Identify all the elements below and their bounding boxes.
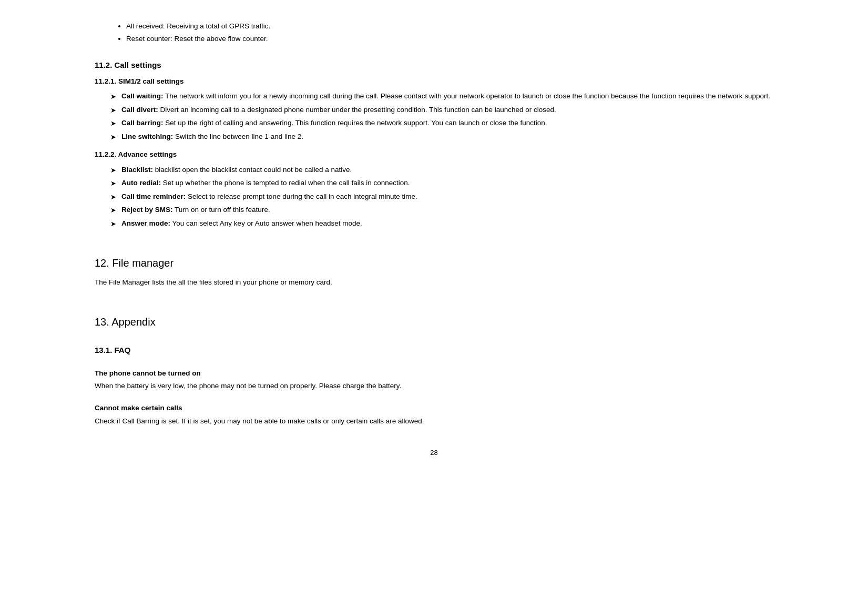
faq-answer-2: Check if Call Barring is set. If it is s… — [95, 416, 773, 427]
arrow-icon-9: ➤ — [110, 219, 116, 229]
section-12-desc: The File Manager lists the all the files… — [95, 277, 773, 288]
section-13-heading: 13. Appendix — [95, 314, 773, 330]
section-11-2-2-heading: 11.2.2. Advance settings — [95, 149, 773, 160]
advance-item-2-term: Auto redial: — [121, 179, 161, 187]
sim-item-1-term: Call waiting: — [121, 92, 164, 100]
faq-answer-1: When the battery is very low, the phone … — [95, 381, 773, 391]
advance-settings-list: ➤ Blacklist: blacklist open the blacklis… — [110, 165, 773, 229]
advance-item-1-term: Blacklist: — [121, 166, 153, 174]
section-13: 13. Appendix 13.1. FAQ The phone cannot … — [95, 314, 773, 427]
advance-item-reject-sms: ➤ Reject by SMS: Turn on or turn off thi… — [110, 205, 773, 216]
advance-item-auto-redial: ➤ Auto redial: Set up whether the phone … — [110, 178, 773, 189]
advance-item-5-text: Answer mode: You can select Any key or A… — [121, 218, 773, 229]
advance-item-2-text: Auto redial: Set up whether the phone is… — [121, 178, 773, 188]
advance-item-2-desc: Set up whether the phone is tempted to r… — [161, 179, 410, 187]
advance-item-4-text: Reject by SMS: Turn on or turn off this … — [121, 205, 773, 215]
sim-settings-list: ➤ Call waiting: The network will inform … — [110, 91, 773, 142]
faq-question-1: The phone cannot be turned on — [95, 368, 773, 379]
arrow-icon-6: ➤ — [110, 178, 116, 189]
faq-question-2: Cannot make certain calls — [95, 403, 773, 413]
section-11-2-1-heading: 11.2.1. SIM1/2 call settings — [95, 76, 773, 87]
sim-item-2-text: Call divert: Divert an incoming call to … — [121, 105, 773, 115]
sim-item-1-text: Call waiting: The network will inform yo… — [121, 91, 773, 102]
arrow-icon-1: ➤ — [110, 92, 116, 102]
advance-item-3-text: Call time reminder: Select to release pr… — [121, 191, 773, 202]
arrow-icon-8: ➤ — [110, 205, 116, 216]
advance-item-1-desc: blacklist open the blacklist contact cou… — [153, 166, 352, 174]
sim-item-line-switching: ➤ Line switching: Switch the line betwee… — [110, 131, 773, 143]
section-13-1-heading: 13.1. FAQ — [95, 344, 773, 357]
page-number: 28 — [95, 448, 773, 458]
sim-item-call-divert: ➤ Call divert: Divert an incoming call t… — [110, 105, 773, 116]
advance-item-5-desc: You can select Any key or Auto answer wh… — [170, 219, 362, 227]
bullet-item-2: Reset counter: Reset the above flow coun… — [126, 34, 773, 44]
sim-item-4-term: Line switching: — [121, 133, 173, 140]
advance-item-3-desc: Select to release prompt tone during the… — [186, 192, 417, 200]
bullet-item-1: All received: Receiving a total of GPRS … — [126, 21, 773, 32]
sim-item-4-text: Line switching: Switch the line between … — [121, 131, 773, 142]
sim-item-3-desc: Set up the right of calling and answerin… — [164, 119, 547, 127]
sim-item-2-term: Call divert: — [121, 106, 158, 114]
faq-item-2: Cannot make certain calls Check if Call … — [95, 403, 773, 427]
advance-item-answer-mode: ➤ Answer mode: You can select Any key or… — [110, 218, 773, 229]
section-11-2-heading: 11.2. Call settings — [95, 59, 773, 72]
page-content: All received: Receiving a total of GPRS … — [0, 0, 868, 598]
sim-item-4-desc: Switch the line between line 1 and line … — [173, 133, 303, 140]
sim-item-3-term: Call barring: — [121, 119, 164, 127]
sim-item-2-desc: Divert an incoming call to a designated … — [158, 106, 556, 114]
arrow-icon-5: ➤ — [110, 165, 116, 176]
sim-item-call-waiting: ➤ Call waiting: The network will inform … — [110, 91, 773, 102]
arrow-icon-7: ➤ — [110, 192, 116, 202]
advance-item-1-text: Blacklist: blacklist open the blacklist … — [121, 165, 773, 175]
advance-item-4-term: Reject by SMS: — [121, 206, 173, 214]
advance-item-call-time-reminder: ➤ Call time reminder: Select to release … — [110, 191, 773, 202]
gprs-bullet-list: All received: Receiving a total of GPRS … — [126, 21, 773, 45]
section-12: 12. File manager The File Manager lists … — [95, 255, 773, 288]
advance-item-3-term: Call time reminder: — [121, 192, 186, 200]
section-11-2: 11.2. Call settings 11.2.1. SIM1/2 call … — [95, 59, 773, 229]
arrow-icon-3: ➤ — [110, 118, 116, 129]
arrow-icon-2: ➤ — [110, 105, 116, 116]
advance-item-blacklist: ➤ Blacklist: blacklist open the blacklis… — [110, 165, 773, 176]
advance-item-4-desc: Turn on or turn off this feature. — [173, 206, 270, 214]
section-12-heading: 12. File manager — [95, 255, 773, 271]
sim-item-3-text: Call barring: Set up the right of callin… — [121, 118, 773, 128]
sim-item-call-barring: ➤ Call barring: Set up the right of call… — [110, 118, 773, 129]
sim-item-1-desc: The network will inform you for a newly … — [164, 92, 771, 100]
advance-item-5-term: Answer mode: — [121, 219, 170, 227]
arrow-icon-4: ➤ — [110, 132, 116, 143]
faq-item-1: The phone cannot be turned on When the b… — [95, 368, 773, 392]
